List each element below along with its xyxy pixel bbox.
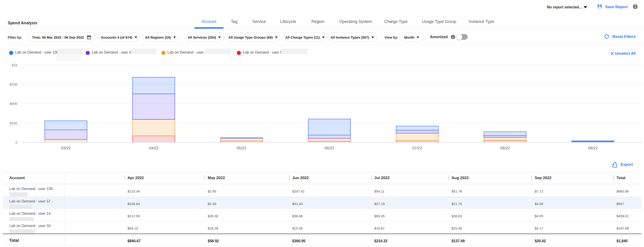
- svg-text:$1k: $1k: [12, 63, 18, 67]
- svg-text:06/22: 06/22: [324, 146, 334, 150]
- svg-text:08/22: 08/22: [500, 146, 510, 150]
- svg-text:05/22: 05/22: [237, 146, 246, 150]
- svg-text:0: 0: [16, 141, 17, 144]
- svg-text:$750: $750: [10, 82, 17, 86]
- svg-text:04/22: 04/22: [149, 146, 158, 150]
- svg-text:$250: $250: [10, 121, 17, 125]
- svg-text:09/22: 09/22: [588, 146, 598, 150]
- svg-text:07/22: 07/22: [412, 146, 422, 150]
- svg-text:$500: $500: [10, 102, 17, 106]
- svg-text:03/22: 03/22: [61, 146, 71, 150]
